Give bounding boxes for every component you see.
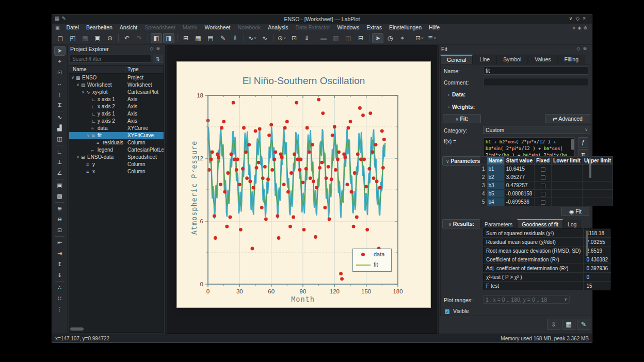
import-data-button[interactable]: ⇩ xyxy=(230,33,241,43)
new-project-button[interactable]: ▢ xyxy=(55,33,66,43)
filter-options-button[interactable]: ⇅ xyxy=(153,55,163,63)
tree-item-x[interactable]: ≡ x Column xyxy=(69,168,164,175)
data-section-toggle[interactable]: ›Data: xyxy=(448,91,465,97)
crosshair-cursor-button[interactable]: ◷ xyxy=(384,33,396,43)
add-axis-bottom-button[interactable]: ⊥ xyxy=(54,157,66,167)
new-plot-button[interactable]: ∿∨ xyxy=(247,33,258,43)
results-tab-goodness-of-fit[interactable]: Goodness of fit xyxy=(517,219,563,228)
add-text-label-button[interactable]: ▣ xyxy=(54,180,66,190)
new-worksheet-button[interactable]: ▤ xyxy=(205,33,216,43)
y-axis-label[interactable]: Atmospheric Pressure xyxy=(190,139,198,237)
shift-up-y-button[interactable]: ↥ xyxy=(54,259,66,269)
select-pointer-button[interactable]: ➤ xyxy=(372,33,383,43)
template-save-button[interactable]: ▦ xyxy=(562,319,575,330)
menu-einstellungen[interactable]: Einstellungen xyxy=(385,24,425,31)
toggle-project-explorer-button[interactable]: ◧ xyxy=(151,33,162,43)
zoom-mode-button[interactable]: ⊙∨ xyxy=(276,33,287,43)
template-load-button[interactable]: ⇩ xyxy=(547,319,560,330)
x-axis-label[interactable]: Month xyxy=(208,295,398,303)
add-xy-curve-button[interactable]: ∿ xyxy=(54,112,66,122)
tree-item-ENSO-data[interactable]: ∨ ⊞ ENSO-data Spreadsheet xyxy=(69,154,164,161)
export-worksheet-button[interactable]: ⇓ xyxy=(301,33,312,43)
zoom-fit-page-button[interactable]: ⊡ xyxy=(288,33,300,43)
tab-values[interactable]: Values xyxy=(528,55,557,64)
add-axis-left-button[interactable]: ∟ xyxy=(54,146,66,156)
mdi-control-1[interactable]: ◈ xyxy=(578,25,584,30)
results-tab-log[interactable]: Log xyxy=(563,220,582,228)
dock-float-icon[interactable]: ◇ xyxy=(150,46,156,51)
insert-function-button[interactable]: ƒ xyxy=(578,137,588,147)
zoom-select-mode-button[interactable]: ⊡ xyxy=(54,68,66,77)
titlebar[interactable]: ▦✎ ENSO - [Worksheet] — LabPlot ∨◇× xyxy=(52,15,592,24)
parameters-scrollbar[interactable] xyxy=(589,158,591,178)
parameter-row-b2[interactable]: 2b23.05277 xyxy=(480,173,613,182)
zoom-in-button[interactable]: ⊕ xyxy=(54,204,66,213)
select-mouse-mode-button[interactable]: ➤ xyxy=(54,46,66,56)
open-project-button[interactable]: ◰ xyxy=(67,33,78,43)
fit-dock-header[interactable]: Fit ◇⊗ xyxy=(439,45,592,53)
results-tab-parameters[interactable]: Parameters xyxy=(480,220,517,228)
new-matrix-button[interactable]: ▦ xyxy=(192,33,204,43)
plot-canvas[interactable]: 0306090120150180061218 xyxy=(177,62,431,308)
visible-checkbox-row[interactable]: ✓ Visible xyxy=(445,308,469,314)
print-button[interactable]: ▣ xyxy=(92,33,103,43)
tab-line[interactable]: Line xyxy=(473,55,496,64)
tree-item-ENSO[interactable]: ∨ ▦ ENSO Project xyxy=(69,74,164,81)
advanced-button[interactable]: ⇄ Advanced xyxy=(545,114,590,123)
magnification-button[interactable]: ⊡∨ xyxy=(414,33,425,43)
tree-item-y-axis-1[interactable]: ∟ y axis 1 Axis xyxy=(69,110,164,118)
fit-dock-float-icon[interactable]: ◇ xyxy=(577,46,583,51)
fit-dock-close-icon[interactable]: ⊗ xyxy=(583,46,589,51)
tree-item-xy-plot[interactable]: ∨ ∿ xy-plot CartesianPlot xyxy=(69,89,164,96)
layout-horizontal-button[interactable]: ▥ xyxy=(330,33,342,43)
parameter-row-b5[interactable]: 4b5-0.0808158 xyxy=(480,190,613,198)
add-axis-button[interactable]: ∠ xyxy=(54,168,66,178)
menu-windows[interactable]: Windows xyxy=(334,24,363,31)
fixed-checkbox[interactable] xyxy=(541,200,545,205)
run-fit-button[interactable]: ◉ Fit xyxy=(561,207,589,216)
goodness-of-fit-table[interactable]: Sum of squared residuals (χ²)1118.18Resi… xyxy=(483,228,611,290)
mdi-control-0[interactable]: ∨ xyxy=(572,25,578,30)
zoom-select-region-button[interactable]: ⌖ xyxy=(397,33,408,43)
zoom-fit-button[interactable]: ⊡ xyxy=(54,225,66,235)
tree-item-fit[interactable]: ∨ ≋ fit XYFitCurve xyxy=(69,132,164,139)
close-button[interactable]: × xyxy=(583,15,589,21)
worksheet-view[interactable]: El Niño-Southern Oscillation 03060901201… xyxy=(167,45,437,334)
visible-checkbox[interactable]: ✓ xyxy=(445,309,449,314)
parameter-row-b3[interactable]: 3b30.479257 xyxy=(480,182,613,190)
menu-analysis[interactable]: Analysis xyxy=(264,24,292,31)
scale-auto-y-button[interactable]: ⋮ xyxy=(54,304,66,314)
results-section-toggle[interactable]: ∨ Results: xyxy=(442,219,480,228)
tree-item-residuals[interactable]: ≡ residuals Column xyxy=(69,139,164,146)
project-explorer-header[interactable]: Project Explorer ◇⊗ xyxy=(68,45,165,53)
fixed-checkbox[interactable] xyxy=(541,175,545,180)
layout-grid-button[interactable]: ◫ xyxy=(343,33,354,43)
presenter-mode-button[interactable]: ≣∨ xyxy=(426,33,438,43)
scale-auto-button[interactable]: ∴ xyxy=(54,283,66,292)
fit-section-toggle[interactable]: ∨ Fit: xyxy=(443,114,481,123)
tree-item-Worksheet[interactable]: ∨ ▤ Worksheet Worksheet xyxy=(69,81,164,89)
comment-field[interactable] xyxy=(483,78,588,86)
category-select[interactable]: Custom∨ xyxy=(483,126,590,134)
redo-button[interactable]: ↷ xyxy=(134,33,145,43)
plot-legend[interactable]: datafit xyxy=(352,249,392,272)
dock-close-icon[interactable]: ⊗ xyxy=(156,46,163,51)
menu-extras[interactable]: Extras xyxy=(363,24,385,31)
maximize-button[interactable]: ◇ xyxy=(575,15,583,21)
weights-section-toggle[interactable]: ›Weights: xyxy=(448,104,475,110)
horizontal-scrollbar[interactable] xyxy=(70,327,84,331)
tree-item-y[interactable]: ≡ y Column xyxy=(69,161,164,168)
add-histogram-button[interactable]: ▟ xyxy=(54,123,66,133)
parameter-row-b4[interactable]: 5b4-0.699536 xyxy=(480,198,613,206)
tree-item-legend[interactable]: ⌐ legend CartesianPlotLegen xyxy=(69,146,164,154)
minimize-button[interactable]: ∨ xyxy=(569,15,575,21)
zoom-out-button[interactable]: ⊖ xyxy=(54,215,66,224)
search-input[interactable] xyxy=(70,55,151,63)
save-project-button[interactable]: ▦ xyxy=(79,33,91,43)
tab-filling[interactable]: Filling xyxy=(558,55,585,64)
menu-bearbeiten[interactable]: Bearbeiten xyxy=(83,24,116,31)
parameter-row-b1[interactable]: 1b110.6415 xyxy=(480,165,613,173)
navigate-mode-button[interactable]: ⌖ xyxy=(54,57,66,67)
cursor-mode-button[interactable]: Ɪ xyxy=(54,100,66,110)
project-tree-view[interactable]: Name Type ∨ ▦ ENSO Project ∨ ▤ Worksheet… xyxy=(69,65,164,333)
